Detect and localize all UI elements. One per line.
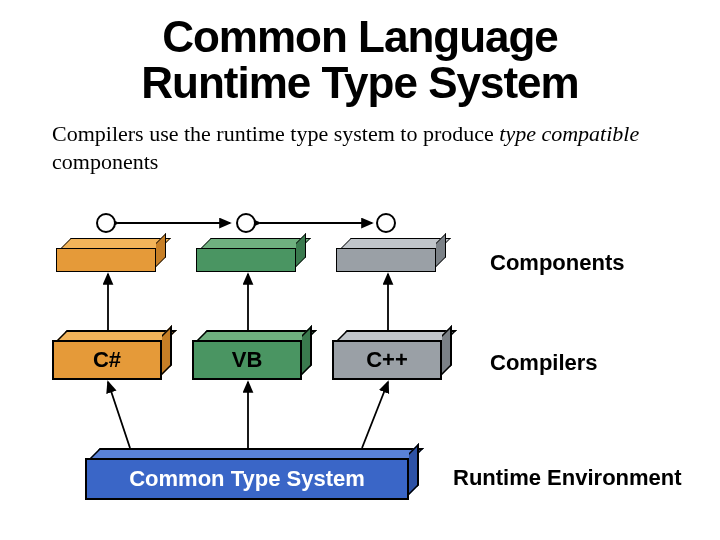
slide-title: Common Language Runtime Type System	[0, 0, 720, 106]
label-runtime-env: Runtime Environment	[453, 465, 682, 491]
compiler-vb-label: VB	[232, 347, 263, 373]
subtitle-part-2: components	[52, 149, 158, 174]
title-line-1: Common Language	[162, 12, 558, 61]
label-components: Components	[490, 250, 624, 276]
slide-subtitle: Compilers use the runtime type system to…	[0, 106, 660, 175]
title-line-2: Runtime Type System	[141, 58, 578, 107]
label-compilers: Compilers	[490, 350, 598, 376]
svg-line-6	[108, 382, 130, 448]
compiler-csharp-label: C#	[93, 347, 121, 373]
interface-circle-1	[96, 213, 116, 233]
svg-line-8	[362, 382, 388, 448]
interface-circle-3	[376, 213, 396, 233]
cts-label: Common Type System	[129, 466, 365, 492]
interface-circle-2	[236, 213, 256, 233]
diagram-area: C# VB C++ Common Type System Components …	[0, 210, 720, 530]
subtitle-part-1: Compilers use the runtime type system to…	[52, 121, 499, 146]
subtitle-emphasis: type compatible	[499, 121, 639, 146]
compiler-cpp-label: C++	[366, 347, 408, 373]
